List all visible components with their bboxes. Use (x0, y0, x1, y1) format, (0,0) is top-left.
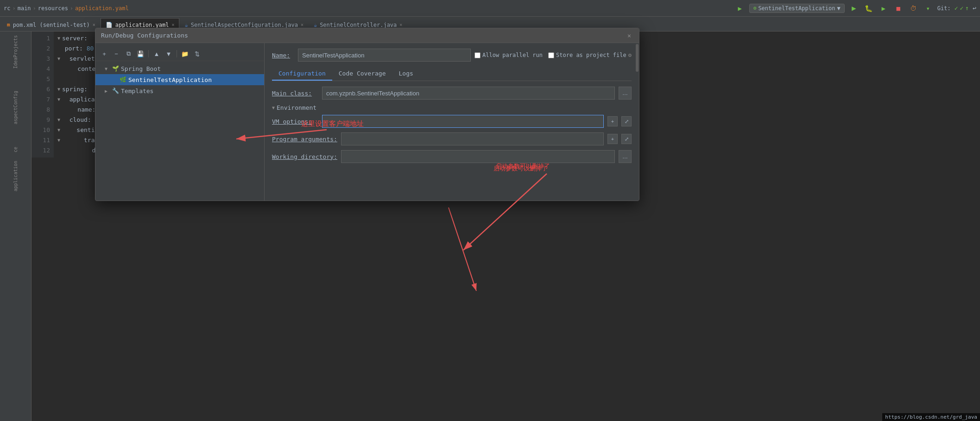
name-label: Name: (272, 52, 294, 59)
tree-item-templates[interactable]: ▶ 🔧 Templates (95, 85, 264, 96)
spring-boot-icon: 🌱 (112, 65, 119, 72)
vm-options-input[interactable] (322, 115, 604, 128)
folder-button[interactable]: 📁 (180, 49, 190, 59)
config-tabs: Configuration Code Coverage Logs (272, 67, 632, 81)
vm-options-expand-button[interactable]: ⤢ (621, 116, 632, 126)
main-class-row: Main class: … (272, 87, 632, 100)
dialog-close-button[interactable]: × (625, 31, 633, 40)
toolbar-separator-2 (177, 50, 177, 57)
program-args-input[interactable] (341, 132, 604, 145)
tab-code-coverage[interactable]: Code Coverage (332, 67, 392, 81)
spring-boot-expand-icon[interactable]: ▼ (105, 66, 110, 71)
remove-config-button[interactable]: − (111, 49, 121, 59)
store-gear-icon: ⚙ (628, 52, 632, 58)
tree-item-spring-boot-label: Spring Boot (121, 65, 161, 72)
program-args-expand-button[interactable]: ⤢ (621, 134, 632, 144)
templates-expand-icon[interactable]: ▶ (105, 88, 110, 94)
vm-options-label: VM options: (272, 118, 318, 125)
program-args-row: Program arguments: + ⤢ (272, 132, 632, 145)
name-input[interactable] (298, 49, 471, 62)
bottom-url: https://blog.csdn.net/grd_java (882, 413, 980, 421)
tree-toolbar: + − ⧉ 💾 ▲ ▼ 📁 ⇅ (95, 47, 264, 61)
program-args-label: Program arguments: (272, 136, 337, 143)
allow-parallel-label: Allow parallel run (482, 52, 543, 58)
sentinel-app-icon: 🌿 (120, 76, 126, 83)
tree-item-sentinel-app[interactable]: 🌿 SentinelTestApplication (95, 74, 264, 85)
templates-icon: 🔧 (112, 88, 119, 94)
working-dir-browse-button[interactable]: … (619, 150, 632, 163)
vm-options-row: VM options: + ⤢ (272, 115, 632, 128)
tab-logs[interactable]: Logs (392, 67, 420, 81)
tree-panel: + − ⧉ 💾 ▲ ▼ 📁 ⇅ ▼ 🌱 Spring Boot (95, 43, 265, 201)
move-up-button[interactable]: ▲ (152, 49, 162, 59)
allow-parallel-checkbox-label[interactable]: Allow parallel run (474, 52, 543, 58)
environment-section-header[interactable]: ▼ Environment (272, 104, 632, 111)
environment-label: Environment (277, 104, 316, 111)
vm-options-add-button[interactable]: + (607, 116, 618, 126)
working-dir-row: Working directory: … (272, 150, 632, 163)
copy-config-button[interactable]: ⧉ (123, 49, 133, 59)
dialog-titlebar: Run/Debug Configurations × (95, 28, 639, 43)
store-as-project-checkbox[interactable] (548, 52, 554, 58)
tab-configuration[interactable]: Configuration (272, 67, 332, 81)
dialog-overlay: Run/Debug Configurations × + − ⧉ 💾 ▲ ▼ 📁… (0, 0, 980, 421)
main-class-browse-button[interactable]: … (619, 87, 632, 100)
main-class-label: Main class: (272, 90, 318, 97)
config-panel: Name: Allow parallel run Store as projec… (265, 43, 639, 201)
tree-item-spring-boot[interactable]: ▼ 🌱 Spring Boot (95, 63, 264, 74)
working-dir-input[interactable] (341, 150, 615, 163)
store-as-project-checkbox-label[interactable]: Store as project file ⚙ (548, 52, 632, 58)
dialog-body: + − ⧉ 💾 ▲ ▼ 📁 ⇅ ▼ 🌱 Spring Boot (95, 43, 639, 201)
sort-button[interactable]: ⇅ (192, 49, 202, 59)
dialog-scrollbar[interactable] (635, 43, 639, 201)
add-config-button[interactable]: + (99, 49, 109, 59)
save-config-button[interactable]: 💾 (135, 49, 145, 59)
move-down-button[interactable]: ▼ (164, 49, 174, 59)
store-as-project-label: Store as project file (556, 52, 626, 58)
allow-parallel-checkbox[interactable] (474, 52, 481, 58)
environment-arrow-icon[interactable]: ▼ (272, 105, 275, 110)
tree-item-sentinel-label: SentinelTestApplication (128, 76, 212, 83)
dialog-title: Run/Debug Configurations (101, 32, 625, 39)
program-args-add-button[interactable]: + (607, 134, 618, 144)
main-class-input[interactable] (322, 87, 615, 100)
run-debug-config-dialog: Run/Debug Configurations × + − ⧉ 💾 ▲ ▼ 📁… (95, 28, 639, 201)
tree-item-templates-label: Templates (121, 88, 153, 94)
scrollbar-thumb (636, 44, 639, 72)
toolbar-separator (148, 50, 149, 57)
working-dir-label: Working directory: (272, 153, 337, 160)
